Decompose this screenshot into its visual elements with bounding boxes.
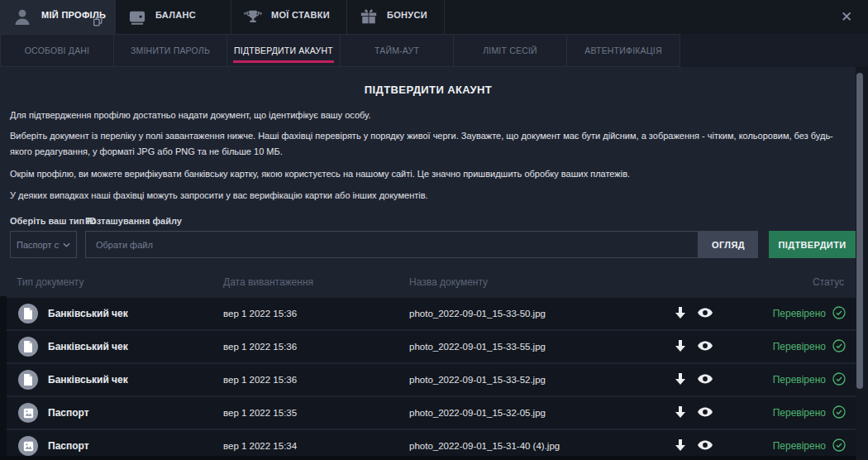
subtab-authentication[interactable]: АВТЕНТИФІКАЦІЯ <box>566 34 680 67</box>
table-row: Паспорт вер 1 2022 15:35 photo_2022-09-0… <box>7 397 856 429</box>
status-text: Перевірено <box>773 374 826 386</box>
page-title: ПІДТВЕРДИТИ АКАУНТ <box>0 84 856 96</box>
person-icon <box>12 7 32 27</box>
doc-date: вер 1 2022 15:36 <box>223 342 297 352</box>
doc-filename: photo_2022-09-01_15-33-52.jpg <box>409 375 546 385</box>
subtab-personal-data[interactable]: ОСОБОВІ ДАНІ <box>0 34 114 67</box>
file-icon <box>18 370 38 390</box>
doc-type: Банківський чек <box>48 308 128 319</box>
doc-filename: photo_2022-09-01_15-33-50.jpg <box>409 309 546 319</box>
browse-button[interactable]: ОГЛЯД <box>699 231 758 258</box>
col-status: Статус <box>813 276 844 288</box>
close-icon[interactable]: ✕ <box>837 7 856 26</box>
file-location-label: Розташування файлу <box>85 216 182 226</box>
additional-verification-paragraph: У деяких випадках наші фахівці можуть за… <box>10 188 850 204</box>
download-icon[interactable] <box>675 340 686 352</box>
trophy-icon <box>244 8 262 26</box>
requirements-paragraph: Виберіть документ із переліку у полі зав… <box>10 128 850 160</box>
table-left-strip <box>0 296 7 460</box>
id-type-selected-value: Паспорт ст <box>17 240 60 250</box>
doc-type: Паспорт <box>48 407 89 419</box>
col-upload-date: Дата вивантаження <box>223 276 313 288</box>
doc-date: вер 1 2022 15:34 <box>223 441 297 451</box>
col-doc-type: Тип документу <box>17 276 83 288</box>
status-text: Перевірено <box>773 341 826 352</box>
eye-icon[interactable] <box>698 407 713 417</box>
check-circle-icon <box>832 405 846 419</box>
subtab-confirm-account[interactable]: ПІДТВЕРДИТИ АКАУНТ <box>227 34 341 67</box>
download-icon[interactable] <box>675 439 686 452</box>
check-circle-icon <box>832 438 846 452</box>
download-icon[interactable] <box>675 373 686 386</box>
tab-label: БАЛАНС <box>155 10 196 20</box>
subtab-timeout[interactable]: ТАЙМ-АУТ <box>340 34 454 67</box>
intro-paragraph: Для підтвердження профілю достатньо нада… <box>10 108 850 123</box>
image-icon <box>18 436 38 456</box>
gift-icon <box>360 8 378 26</box>
doc-type: Банківський чек <box>48 341 128 352</box>
tab-bonuses[interactable]: БОНУСИ <box>347 0 445 34</box>
status-text: Перевірено <box>773 407 826 419</box>
confirm-button[interactable]: ПІДТВЕРДИТИ <box>769 231 856 258</box>
file-path-input[interactable] <box>85 231 699 258</box>
eye-icon[interactable] <box>698 308 713 318</box>
eye-icon[interactable] <box>698 374 713 384</box>
check-circle-icon <box>832 306 846 319</box>
card-verification-paragraph: Окрім профілю, ви можете верифікувати ба… <box>10 166 850 182</box>
copy-icon[interactable] <box>93 15 103 30</box>
id-type-label: Оберіть ваш тип ID <box>10 216 96 226</box>
table-row: Банківський чек вер 1 2022 15:36 photo_2… <box>7 298 856 329</box>
file-icon <box>18 304 38 323</box>
subtab-session-limit[interactable]: ЛІМІТ СЕСІЙ <box>453 34 567 67</box>
scrollbar-thumb[interactable] <box>856 73 863 389</box>
wallet-icon <box>128 9 146 26</box>
doc-date: вер 1 2022 15:36 <box>223 309 297 319</box>
image-icon <box>18 403 38 423</box>
chevron-down-icon <box>63 242 70 247</box>
download-icon[interactable] <box>675 307 686 319</box>
tab-label: БОНУСИ <box>387 10 427 20</box>
status-text: Перевірено <box>773 308 826 319</box>
eye-icon[interactable] <box>698 341 713 351</box>
confirm-account-panel: ПІДТВЕРДИТИ АКАУНТ Для підтвердження про… <box>0 67 868 460</box>
eye-icon[interactable] <box>698 440 713 450</box>
file-icon <box>18 337 38 357</box>
documents-table-header: Тип документу Дата вивантаження Назва до… <box>0 269 868 296</box>
doc-date: вер 1 2022 15:36 <box>223 375 297 385</box>
tab-label: МОЇ СТАВКИ <box>271 10 330 20</box>
table-row: Банківський чек вер 1 2022 15:36 photo_2… <box>7 331 856 362</box>
subtab-change-password[interactable]: ЗМІНИТИ ПАРОЛЬ <box>113 34 227 67</box>
table-row: Банківський чек вер 1 2022 15:36 photo_2… <box>7 364 856 395</box>
profile-sub-nav: ОСОБОВІ ДАНІ ЗМІНИТИ ПАРОЛЬ ПІДТВЕРДИТИ … <box>0 34 868 67</box>
table-row-divider <box>0 456 856 460</box>
doc-filename: photo_2022-09-01_15-32-05.jpg <box>409 408 546 418</box>
tab-balance[interactable]: БАЛАНС <box>116 0 231 34</box>
check-circle-icon <box>832 339 846 352</box>
status-text: Перевірено <box>773 440 826 452</box>
download-icon[interactable] <box>675 406 686 419</box>
doc-filename: photo_2022-09-01_15-31-40 (4).jpg <box>409 441 560 451</box>
col-doc-name: Назва документу <box>409 276 488 288</box>
scrollbar-track[interactable] <box>856 67 868 460</box>
doc-type: Банківський чек <box>48 374 128 386</box>
tab-my-bets[interactable]: МОЇ СТАВКИ <box>231 0 347 34</box>
id-type-select[interactable]: Паспорт ст <box>10 231 77 258</box>
doc-date: вер 1 2022 15:35 <box>223 408 297 418</box>
top-nav-bar: МІЙ ПРОФІЛЬ БАЛАНС МОЇ СТАВКИ БОНУСИ ✕ <box>0 0 868 34</box>
doc-type: Паспорт <box>48 440 89 452</box>
tab-my-profile[interactable]: МІЙ ПРОФІЛЬ <box>0 0 116 34</box>
check-circle-icon <box>832 372 846 386</box>
doc-filename: photo_2022-09-01_15-33-55.jpg <box>409 342 546 352</box>
